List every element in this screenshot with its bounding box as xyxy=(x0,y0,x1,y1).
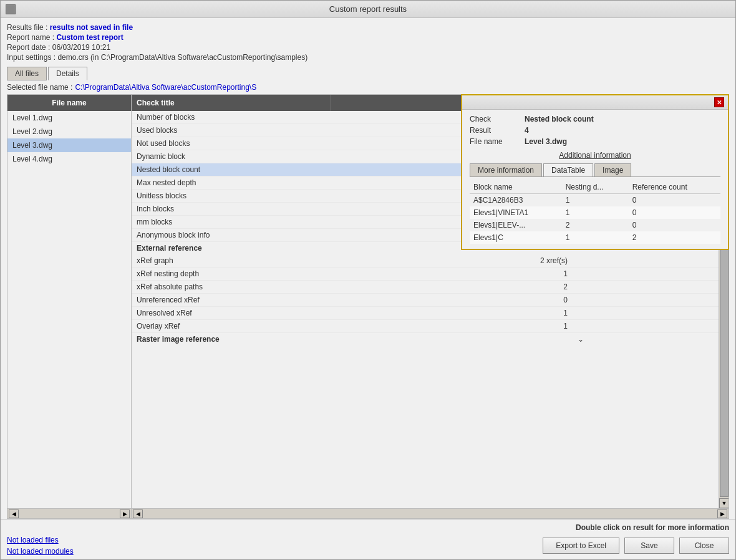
popup-tab-image[interactable]: Image xyxy=(594,163,631,176)
detail-cell xyxy=(573,285,729,289)
check-cell: xRef nesting depth xyxy=(132,268,331,280)
check-cell: Not used blocks xyxy=(132,137,331,150)
file-item-0[interactable]: Level 1.dwg xyxy=(7,111,131,125)
check-cell: Overlay xRef xyxy=(132,320,331,332)
bottom-actions: Not loaded files Not loaded modules Expo… xyxy=(7,536,729,556)
scroll-left-arrow[interactable]: ◀ xyxy=(9,509,19,518)
section-header-cell: External reference xyxy=(132,242,207,254)
check-cell: Anonymous block info xyxy=(132,229,331,241)
check-cell: Nested block count xyxy=(132,163,331,176)
not-loaded-modules-link[interactable]: Not loaded modules xyxy=(7,547,74,556)
detail-cell xyxy=(573,259,729,263)
table-row[interactable]: Overlay xRef 1 xyxy=(132,320,729,333)
popup-block-name-1: Elevs1|VINETA1 xyxy=(470,206,562,219)
results-file-row: Results file : results not saved in file xyxy=(7,23,729,32)
result-cell: 0 xyxy=(331,294,573,306)
popup-title-bar: ✕ xyxy=(462,95,728,110)
popup-col-block-name: Block name xyxy=(470,181,562,194)
report-date-label: Report date : xyxy=(7,43,50,52)
results-scroll-right[interactable]: ▶ xyxy=(717,509,727,518)
popup-table-row: Elevs1|ELEV-... 2 0 xyxy=(470,219,720,231)
detail-cell xyxy=(573,324,729,328)
bottom-links: Not loaded files Not loaded modules xyxy=(7,536,74,556)
result-cell: 1 xyxy=(331,307,573,319)
check-cell: xRef graph xyxy=(132,254,331,267)
popup-nesting-1: 1 xyxy=(562,206,629,219)
info-section: Results file : results not saved in file… xyxy=(7,23,729,63)
file-item-2[interactable]: Level 3.dwg xyxy=(7,138,131,152)
check-cell: mm blocks xyxy=(132,216,331,228)
popup-check-value: Nested block count xyxy=(525,115,720,123)
table-row[interactable]: Unreferenced xRef 0 xyxy=(132,294,729,307)
popup-table-row: Elevs1|C 1 2 xyxy=(470,231,720,244)
popup-table-row: Elevs1|VINETA1 1 0 xyxy=(470,206,720,219)
results-file-value: results not saved in file xyxy=(50,23,133,32)
popup-tab-more-info[interactable]: More information xyxy=(470,163,542,176)
file-list-body: Level 1.dwg Level 2.dwg Level 3.dwg Leve… xyxy=(7,111,131,508)
popup-data-table: Block name Nesting d... Reference count … xyxy=(470,181,720,244)
scrollbar-down[interactable]: ▼ xyxy=(719,498,729,508)
popup-col-nesting: Nesting d... xyxy=(562,181,629,194)
popup-close-button[interactable]: ✕ xyxy=(714,97,724,107)
popup-table-row: A$C1A2846B3 1 0 xyxy=(470,194,720,207)
additional-info-title: Additional information xyxy=(470,151,720,160)
selected-file-row: Selected file name : C:\ProgramData\Alti… xyxy=(7,83,729,92)
table-row[interactable]: Unresolved xRef 1 xyxy=(132,307,729,320)
close-button[interactable]: Close xyxy=(679,538,729,554)
popup-content: Check Nested block count Result 4 File n… xyxy=(462,110,728,249)
result-cell: 1 xyxy=(331,268,573,280)
section-header-cell: Raster image reference xyxy=(132,333,225,345)
input-settings-row: Input settings : demo.crs (in C:\Program… xyxy=(7,53,729,62)
popup-check-label: Check xyxy=(470,115,520,123)
scroll-right-arrow[interactable]: ▶ xyxy=(120,509,130,518)
popup-nesting-2: 2 xyxy=(562,219,629,231)
report-name-row: Report name : Custom test report xyxy=(7,33,729,42)
report-date-value: 06/03/2019 10:21 xyxy=(52,43,110,52)
table-row[interactable]: xRef graph 2 xref(s) xyxy=(132,254,729,268)
content-area: Results file : results not saved in file… xyxy=(1,18,735,519)
popup-block-name-0: A$C1A2846B3 xyxy=(470,194,562,207)
popup-info-grid: Check Nested block count Result 4 File n… xyxy=(470,115,720,146)
check-cell: Dynamic block xyxy=(132,150,331,163)
table-row[interactable]: xRef nesting depth 1 xyxy=(132,268,729,281)
title-bar-left xyxy=(6,4,16,14)
popup-file-value: Level 3.dwg xyxy=(525,137,720,146)
detail-cell xyxy=(573,311,729,315)
table-row: Raster image reference ⌄ xyxy=(132,333,729,345)
tab-all-files[interactable]: All files xyxy=(7,67,47,80)
file-item-3[interactable]: Level 4.dwg xyxy=(7,152,131,166)
report-name-value: Custom test report xyxy=(56,33,123,42)
check-cell: Unreferenced xRef xyxy=(132,294,331,306)
selected-file-value: C:\ProgramData\Altiva Software\acCustomR… xyxy=(75,83,256,92)
check-cell: Number of blocks xyxy=(132,111,331,123)
title-bar: Custom report results xyxy=(1,1,735,18)
col-header-check: Check title xyxy=(132,95,331,111)
save-button[interactable]: Save xyxy=(624,538,674,554)
file-list-header: File name xyxy=(7,95,131,111)
selected-file-label: Selected file name : xyxy=(7,83,72,92)
popup-nesting-3: 1 xyxy=(562,231,629,244)
table-row[interactable]: xRef absolute paths 2 xyxy=(132,281,729,294)
not-loaded-files-link[interactable]: Not loaded files xyxy=(7,536,74,544)
window-title: Custom report results xyxy=(329,4,407,14)
detail-cell: ⌄ xyxy=(573,333,729,345)
result-cell: 2 xyxy=(331,281,573,293)
popup-tabs: More information DataTable Image xyxy=(470,163,720,177)
popup-block-name-3: Elevs1|C xyxy=(470,231,562,244)
main-content: File name Level 1.dwg Level 2.dwg Level … xyxy=(7,94,729,519)
popup-col-ref-count: Reference count xyxy=(629,181,720,194)
detail-cell xyxy=(573,298,729,302)
file-list-panel: File name Level 1.dwg Level 2.dwg Level … xyxy=(7,94,132,519)
results-scroll-left[interactable]: ◀ xyxy=(133,509,143,518)
popup-ref-count-2: 0 xyxy=(629,219,720,231)
window-icon xyxy=(6,4,16,14)
popup-tab-datatable[interactable]: DataTable xyxy=(543,163,593,176)
export-to-excel-button[interactable]: Export to Excel xyxy=(543,538,619,554)
hint-text: Double click on result for more informat… xyxy=(7,523,729,532)
file-item-1[interactable]: Level 2.dwg xyxy=(7,125,131,138)
check-cell: xRef absolute paths xyxy=(132,281,331,293)
tab-details[interactable]: Details xyxy=(48,67,87,80)
popup-result-label: Result xyxy=(470,126,520,135)
popup-ref-count-3: 2 xyxy=(629,231,720,244)
tabs-row: All files Details xyxy=(7,67,729,80)
